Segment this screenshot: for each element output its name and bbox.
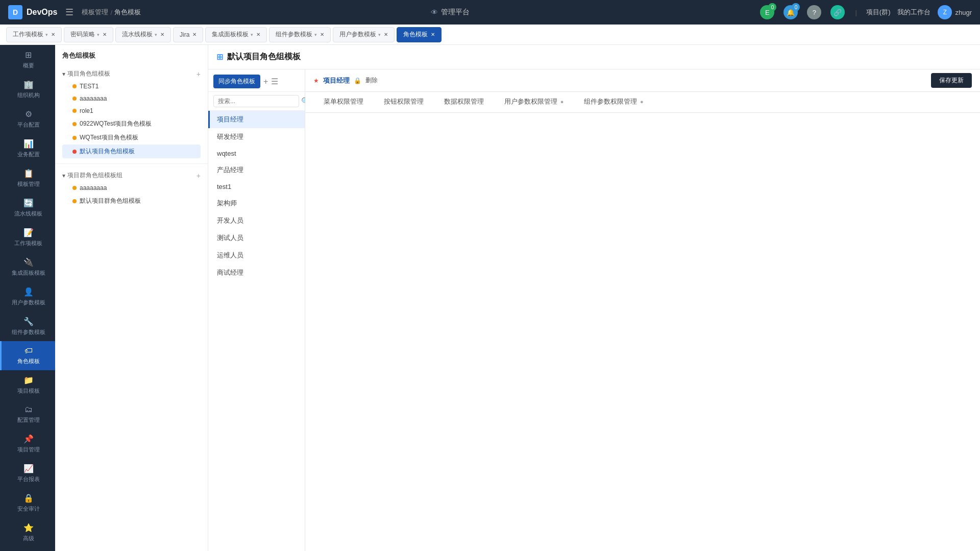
- nav-item-security-audit[interactable]: 🔒 安全审计: [0, 488, 55, 518]
- nav-item-platform-config[interactable]: ⚙ 平台配置: [0, 104, 55, 134]
- tab-menu-permission[interactable]: 菜单权限管理: [313, 92, 374, 112]
- tree-item-default-project[interactable]: 默认项目角色组模板: [62, 145, 201, 158]
- project-mgmt-icon: 📌: [23, 434, 34, 444]
- user-area[interactable]: Z zhugr: [938, 5, 972, 19]
- tab-work-item-template[interactable]: 工作项模板 ▾ ✕: [6, 27, 62, 42]
- add-role-icon[interactable]: +: [263, 77, 268, 86]
- role-item-tester[interactable]: 测试人员: [208, 229, 305, 247]
- nav-item-project-mgmt[interactable]: 📌 项目管理: [0, 429, 55, 459]
- tab-component-param-template[interactable]: 组件参数模板 ▾ ✕: [269, 27, 331, 42]
- role-item-wqtest[interactable]: wqtest: [208, 146, 305, 161]
- tab-close-icon[interactable]: ✕: [160, 32, 164, 37]
- role-item-ops[interactable]: 运维人员: [208, 247, 305, 264]
- link-btn[interactable]: 🔗: [829, 4, 846, 20]
- role-item-developer[interactable]: 开发人员: [208, 212, 305, 229]
- header-center: 👁 管理平台: [149, 8, 751, 17]
- tab-dropdown-icon[interactable]: ▾: [251, 32, 253, 37]
- tab-dropdown-icon[interactable]: ▾: [378, 32, 381, 37]
- tab-close-icon[interactable]: ✕: [320, 32, 324, 37]
- tree-item-group-aaaaaaaa[interactable]: aaaaaaaa: [62, 182, 201, 194]
- nav-item-advanced[interactable]: ⭐ 高级: [0, 518, 55, 547]
- search-input[interactable]: [213, 95, 299, 107]
- project-section-add-icon[interactable]: +: [197, 70, 201, 78]
- tree-dot-orange: [72, 186, 77, 190]
- content-area: 同步角色模板 + ☰ 🔍 项目经理 研发经理 wqtest: [208, 69, 980, 551]
- project-group-section-title: ▾ 项目群角色组模板组: [62, 171, 122, 180]
- tab-pipeline-template[interactable]: 流水线模板 ▾ ✕: [115, 27, 171, 42]
- save-update-button[interactable]: 保存更新: [931, 73, 972, 88]
- badge-blue: 0: [792, 3, 800, 11]
- tab-role-template[interactable]: 角色模板 ✕: [397, 27, 442, 42]
- nav-item-user-param-template[interactable]: 👤 用户参数模板: [0, 282, 55, 312]
- role-item-label: 产品经理: [217, 166, 243, 174]
- breadcrumb-item-1[interactable]: 模板管理: [82, 8, 108, 17]
- nav-item-platform-report[interactable]: 📈 平台报表: [0, 459, 55, 488]
- tree-item-0922wqtest[interactable]: 0922WQTest项目角色模板: [62, 117, 201, 131]
- nav-label: 平台报表: [17, 475, 40, 483]
- right-panel: ⊞ 默认项目角色组模板 同步角色模板 + ☰ 🔍 项目经理: [208, 45, 980, 551]
- tree-item-test1[interactable]: TEST1: [62, 80, 201, 92]
- tab-data-permission[interactable]: 数据权限管理: [434, 92, 494, 112]
- role-panel-menu-icon[interactable]: ☰: [271, 77, 278, 86]
- role-item-rd-manager[interactable]: 研发经理: [208, 128, 305, 146]
- nav-item-template-mgmt[interactable]: 📋 模板管理: [0, 163, 55, 193]
- breadcrumb-sep: /: [110, 9, 112, 16]
- tab-dropdown-icon[interactable]: ▾: [97, 32, 100, 37]
- role-item-project-manager[interactable]: 项目经理: [208, 111, 305, 128]
- tab-button-permission[interactable]: 按钮权限管理: [374, 92, 434, 112]
- nav-project-link[interactable]: 项目(群): [866, 8, 891, 17]
- notification-blue-btn[interactable]: 🔔 0: [782, 4, 799, 20]
- tab-user-param-permission[interactable]: 用户参数权限管理 ●: [494, 92, 574, 112]
- tab-close-icon[interactable]: ✕: [384, 32, 388, 37]
- tab-user-param-template[interactable]: 用户参数模板 ▾ ✕: [333, 27, 395, 42]
- project-group-section-add-icon[interactable]: +: [197, 172, 201, 180]
- nav-item-integration-template[interactable]: 🔌 集成面板模板: [0, 252, 55, 282]
- pipeline-template-icon: 🔄: [23, 198, 34, 208]
- role-item-label: wqtest: [217, 150, 236, 157]
- nav-label: 角色模板: [17, 357, 40, 365]
- tab-component-param-permission[interactable]: 组件参数权限管理 ●: [574, 92, 653, 112]
- nav-item-org[interactable]: 🏢 组织机构: [0, 75, 55, 104]
- nav-item-overview[interactable]: ⊞ 概要: [0, 45, 55, 75]
- project-role-section: ▾ 项目角色组模板 + TEST1 aaaaaaaa role1 0922WQT…: [55, 64, 208, 161]
- role-item-architect[interactable]: 架构师: [208, 195, 305, 212]
- delete-role-link[interactable]: 删除: [365, 76, 378, 85]
- nav-item-role-template[interactable]: 🏷 角色模板: [0, 341, 55, 370]
- tab-jira[interactable]: Jira ✕: [173, 27, 203, 42]
- menu-toggle-icon[interactable]: ☰: [65, 7, 74, 18]
- nav-item-work-item-template[interactable]: 📝 工作项模板: [0, 223, 55, 252]
- tab-label: 密码策略: [70, 30, 95, 39]
- tab-close-icon[interactable]: ✕: [256, 32, 260, 37]
- tab-password-policy[interactable]: 密码策略 ▾ ✕: [64, 27, 113, 42]
- tab-close-icon[interactable]: ✕: [51, 32, 55, 37]
- sync-role-template-button[interactable]: 同步角色模板: [213, 75, 260, 88]
- role-item-business-manager[interactable]: 商试经理: [208, 264, 305, 281]
- nav-item-business-config[interactable]: 📊 业务配置: [0, 134, 55, 163]
- search-box: 🔍: [208, 92, 305, 111]
- tab-integration-template[interactable]: 集成面板模板 ▾ ✕: [205, 27, 267, 42]
- tab-dropdown-icon[interactable]: ▾: [155, 32, 157, 37]
- project-section-header[interactable]: ▾ 项目角色组模板 +: [62, 67, 201, 80]
- tree-item-aaaaaaaa[interactable]: aaaaaaaa: [62, 92, 201, 105]
- notification-green-btn[interactable]: E 0: [759, 4, 775, 20]
- nav-item-component-param-template[interactable]: 🔧 组件参数模板: [0, 312, 55, 341]
- help-btn[interactable]: ?: [806, 4, 822, 20]
- tree-item-role1[interactable]: role1: [62, 105, 201, 117]
- tab-dropdown-icon[interactable]: ▾: [45, 32, 48, 37]
- tab-close-icon[interactable]: ✕: [103, 32, 107, 37]
- tab-close-icon[interactable]: ✕: [431, 32, 435, 37]
- tab-label: 流水线模板: [122, 30, 153, 39]
- nav-workspace-link[interactable]: 我的工作台: [897, 8, 930, 17]
- nav-item-pipeline-template[interactable]: 🔄 流水线模板: [0, 193, 55, 223]
- project-group-section-header[interactable]: ▾ 项目群角色组模板组 +: [62, 169, 201, 182]
- nav-label: 概要: [23, 62, 34, 69]
- role-item-product-manager[interactable]: 产品经理: [208, 161, 305, 179]
- tree-item-wqtest-project[interactable]: WQTest项目角色模板: [62, 131, 201, 145]
- help-icon: ?: [807, 5, 821, 19]
- nav-item-project-template[interactable]: 📁 项目模板: [0, 370, 55, 400]
- tree-item-group-default[interactable]: 默认项目群角色组模板: [62, 194, 201, 208]
- nav-item-config-mgmt[interactable]: 🗂 配置管理: [0, 400, 55, 429]
- tab-close-icon[interactable]: ✕: [192, 32, 197, 37]
- tab-dropdown-icon[interactable]: ▾: [314, 32, 317, 37]
- role-item-test1[interactable]: test1: [208, 179, 305, 195]
